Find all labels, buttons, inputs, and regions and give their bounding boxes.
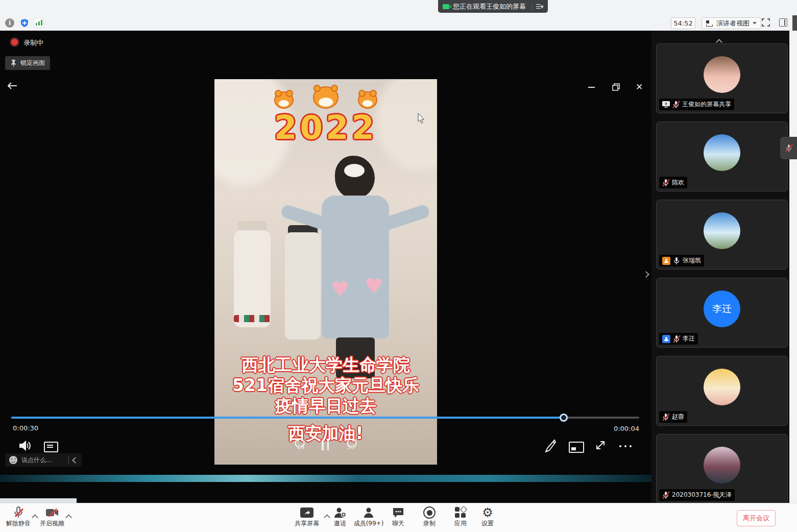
mic-muted-icon <box>662 413 669 421</box>
view-mode-switcher[interactable]: 演讲者视图 <box>702 17 761 29</box>
lock-view-label: 锁定画面 <box>20 59 45 67</box>
desktop-content-strip <box>0 475 651 482</box>
heart-pocket-right: ♥ <box>365 274 383 298</box>
participant-name: 陈欢 <box>672 178 684 187</box>
tiger-decorations <box>214 86 437 109</box>
figure-left <box>234 230 271 327</box>
back-button[interactable] <box>7 82 17 92</box>
end-time: 0:00:04 <box>608 425 639 432</box>
video-caption-line: 521宿舍祝大家元旦快乐 <box>214 374 437 397</box>
layout-icon <box>706 20 713 27</box>
divider <box>68 456 69 464</box>
fullscreen-button[interactable] <box>762 18 770 27</box>
figure-center-mask <box>344 164 365 177</box>
mouse-cursor <box>418 113 426 127</box>
participant-name: 张瑞凯 <box>683 256 701 265</box>
restore-button[interactable] <box>612 83 620 91</box>
record-button[interactable]: 录制 <box>419 506 440 528</box>
rewind-seconds: 10 <box>293 444 308 450</box>
invite-button[interactable]: 邀请 <box>330 506 350 528</box>
participant-name: 王俊如的屏幕共享 <box>682 100 731 109</box>
lock-view-button[interactable]: 锁定画面 <box>5 56 50 70</box>
comment-bar[interactable]: 说点什么... <box>5 453 82 467</box>
scroll-down-icon[interactable] <box>717 490 721 500</box>
settings-button[interactable]: ⚙ 设置 <box>477 506 498 528</box>
avatar <box>704 369 740 405</box>
sidebar-collapse-handle[interactable] <box>644 269 648 279</box>
year-overlay-text: 2022 <box>214 109 437 147</box>
sidebar-edge <box>789 31 797 503</box>
figure-center-robe <box>322 196 389 338</box>
participant-label: 2020303716-熊天泽 <box>659 489 735 501</box>
chat-button[interactable]: 聊天 <box>388 506 408 528</box>
participant-label: 王俊如的屏幕共享 <box>659 99 734 110</box>
security-shield-icon[interactable] <box>20 18 29 28</box>
record-icon <box>423 506 436 519</box>
apps-grid-icon <box>455 507 466 518</box>
close-button[interactable]: ✕ <box>636 83 643 91</box>
view-mode-label: 演讲者视图 <box>716 19 750 28</box>
members-button[interactable]: 成员(99+) <box>348 506 389 528</box>
member-badge-icon <box>662 257 670 265</box>
leave-meeting-button[interactable]: 离开会议 <box>737 510 776 526</box>
mic-muted-icon <box>673 335 680 343</box>
chevron-down-icon <box>753 22 757 25</box>
more-options-button[interactable] <box>619 445 632 447</box>
mic-muted-icon <box>662 179 669 187</box>
video-progress-bar[interactable] <box>11 417 639 419</box>
participant-label: 陈欢 <box>659 177 687 188</box>
participant-name: 2020303716-熊天泽 <box>672 491 732 499</box>
participant-tile[interactable]: 王俊如的屏幕共享 <box>656 43 788 113</box>
figure-center-hair <box>335 156 375 199</box>
apps-button[interactable]: 应用 <box>450 506 471 528</box>
watching-banner-text: 您正在观看王俊如的屏幕 <box>453 2 526 11</box>
participant-tile[interactable]: 张瑞凯 <box>656 200 788 270</box>
participant-tile[interactable]: 赵蓉 <box>656 356 788 426</box>
participant-label: 李迁 <box>659 333 698 345</box>
meeting-timer: 54:52 <box>671 17 695 29</box>
forward-seconds: 30 <box>343 444 358 450</box>
share-screen-button[interactable]: 共享屏幕 <box>291 506 323 528</box>
danmu-toggle-button[interactable] <box>44 442 58 452</box>
fullscreen-expand-button[interactable] <box>594 439 607 453</box>
participant-tile[interactable]: 2020303716-熊天泽 <box>656 434 788 504</box>
start-video-button[interactable]: 开启视频 <box>37 506 67 528</box>
avatar <box>704 56 740 93</box>
avatar <box>704 212 740 249</box>
gear-icon: ⚙ <box>482 506 493 519</box>
screen-share-badge-icon <box>662 101 670 108</box>
collapse-comment-icon[interactable] <box>72 457 79 464</box>
share-options-chevron[interactable] <box>325 512 329 522</box>
rewind-10-button[interactable]: 10 <box>293 438 308 453</box>
window-edge <box>792 15 797 31</box>
mini-player-button[interactable] <box>569 442 584 453</box>
floating-mic-muted-indicator[interactable] <box>780 137 797 159</box>
minimize-button[interactable] <box>588 87 595 88</box>
unmute-button[interactable]: 解除静音 <box>3 506 34 528</box>
participant-name: 赵蓉 <box>672 413 684 421</box>
participant-label: 赵蓉 <box>659 411 687 423</box>
video-options-chevron[interactable] <box>66 512 71 522</box>
emoji-icon[interactable] <box>9 456 17 464</box>
network-signal-icon[interactable] <box>34 18 44 28</box>
participant-label: 张瑞凯 <box>659 255 704 267</box>
participant-name: 李迁 <box>683 334 695 343</box>
participant-tile[interactable]: 李迁 李迁 <box>656 278 788 348</box>
participant-tile[interactable]: 陈欢 <box>656 122 788 191</box>
shared-video-content: 2022 ♥ ♥ 西北工业大学生命学院 521宿舍祝大家元旦快乐 疫情早日过去 … <box>214 79 437 465</box>
banner-menu-icon[interactable]: ☰▾ <box>536 3 543 10</box>
avatar <box>704 134 740 171</box>
side-panel-toggle[interactable] <box>779 18 787 27</box>
volume-button[interactable] <box>18 440 32 454</box>
pin-icon <box>10 59 17 67</box>
current-time: 0:00:30 <box>13 424 38 432</box>
comment-placeholder[interactable]: 说点什么... <box>21 456 64 465</box>
pause-button[interactable] <box>322 441 329 450</box>
meeting-info-icon[interactable]: i <box>5 18 14 28</box>
figure-left-stripe <box>234 315 271 322</box>
mic-active-icon <box>673 257 680 265</box>
forward-30-button[interactable]: 30 <box>343 438 358 453</box>
avatar <box>704 447 740 483</box>
avatar: 李迁 <box>704 291 740 327</box>
annotate-pencil-button[interactable] <box>544 439 557 454</box>
